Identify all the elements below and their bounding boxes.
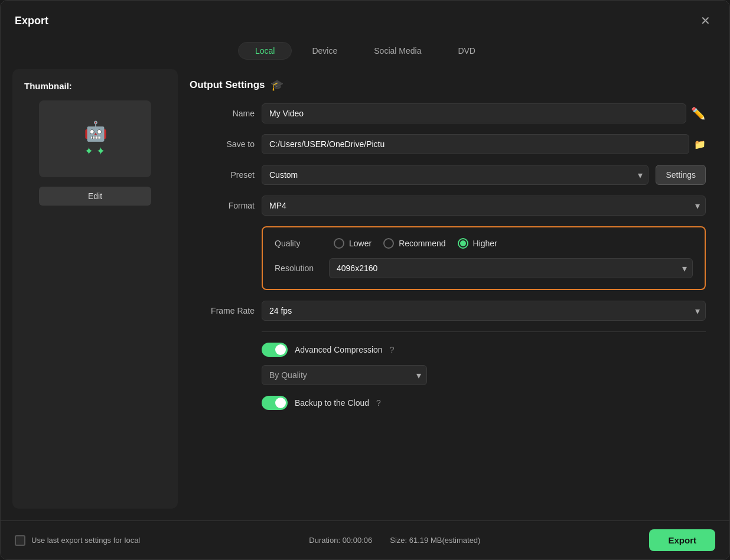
dialog-title: Export bbox=[15, 15, 48, 27]
frame-rate-select[interactable]: 24 fps 30 fps 60 fps 120 fps bbox=[262, 301, 706, 321]
frame-rate-row: Frame Rate 24 fps 30 fps 60 fps 120 fps … bbox=[190, 301, 706, 321]
resolution-label: Resolution bbox=[275, 263, 322, 273]
quality-recommend-radio[interactable] bbox=[383, 238, 394, 249]
format-select-wrapper: MP4 MOV AVI MKV ▾ bbox=[262, 196, 706, 216]
preset-select[interactable]: Custom High Quality Medium Quality Low Q… bbox=[262, 165, 648, 185]
backup-cloud-help-icon[interactable]: ? bbox=[376, 398, 381, 408]
by-quality-select[interactable]: By Quality By Size bbox=[262, 365, 427, 385]
quality-label: Quality bbox=[275, 239, 322, 248]
tab-bar: Local Device Social Media DVD bbox=[1, 37, 729, 69]
duration-info: Duration: 00:00:06 bbox=[309, 536, 372, 545]
preset-select-wrapper: Custom High Quality Medium Quality Low Q… bbox=[262, 165, 648, 185]
backup-cloud-row: Backup to the Cloud ? bbox=[262, 396, 706, 410]
preset-label: Preset bbox=[190, 170, 255, 180]
save-to-label: Save to bbox=[190, 139, 255, 149]
name-input[interactable] bbox=[262, 103, 686, 123]
save-to-row: Save to 📁 bbox=[190, 134, 706, 154]
left-panel: Thumbnail: 🤖 ✦ ✦ Edit bbox=[12, 69, 178, 509]
thumbnail-label: Thumbnail: bbox=[24, 81, 72, 91]
tab-social-media[interactable]: Social Media bbox=[357, 42, 438, 60]
quality-lower-radio[interactable] bbox=[334, 238, 344, 249]
backup-toggle-knob bbox=[275, 398, 286, 408]
save-to-input[interactable] bbox=[262, 134, 689, 154]
use-last-settings: Use last export settings for local bbox=[15, 535, 140, 546]
folder-icon[interactable]: 📁 bbox=[694, 139, 706, 150]
ai-badge-icon: 🤖 bbox=[84, 120, 106, 142]
radio-dot bbox=[460, 240, 466, 246]
right-panel: Output Settings 🎓 Name ✏️ Save to 📁 bbox=[178, 69, 718, 509]
use-last-settings-label: Use last export settings for local bbox=[31, 536, 140, 545]
advanced-compression-label: Advanced Compression bbox=[295, 345, 383, 354]
quality-higher-label: Higher bbox=[473, 239, 497, 248]
tab-local[interactable]: Local bbox=[238, 42, 292, 60]
output-settings-header: Output Settings 🎓 bbox=[190, 69, 706, 103]
save-to-input-wrapper: 📁 bbox=[262, 134, 706, 154]
tab-dvd[interactable]: DVD bbox=[441, 42, 492, 60]
graduation-cap-icon: 🎓 bbox=[271, 79, 283, 92]
thumbnail-preview: 🤖 ✦ ✦ bbox=[39, 100, 151, 177]
backup-cloud-toggle[interactable] bbox=[262, 396, 288, 410]
settings-button[interactable]: Settings bbox=[656, 165, 706, 185]
edit-button[interactable]: Edit bbox=[39, 187, 151, 206]
bottom-info: Duration: 00:00:06 Size: 61.19 MB(estima… bbox=[309, 536, 480, 545]
resolution-select-wrapper: 4096x2160 1920x1080 1280x720 3840x2160 ▾ bbox=[329, 258, 693, 278]
close-button[interactable]: ✕ bbox=[696, 11, 715, 30]
by-quality-select-wrapper: By Quality By Size ▾ bbox=[262, 365, 427, 385]
sparkle-icon: ✦ ✦ bbox=[84, 145, 105, 158]
export-dialog: Export ✕ Local Device Social Media DVD T… bbox=[0, 0, 730, 560]
name-row: Name ✏️ bbox=[190, 103, 706, 123]
quality-recommend-option[interactable]: Recommend bbox=[383, 238, 445, 249]
advanced-compression-help-icon[interactable]: ? bbox=[390, 345, 395, 354]
toggle-knob bbox=[275, 344, 286, 355]
quality-lower-label: Lower bbox=[349, 239, 371, 248]
ai-icon-wrap: 🤖 ✦ ✦ bbox=[84, 120, 106, 158]
resolution-select[interactable]: 4096x2160 1920x1080 1280x720 3840x2160 bbox=[329, 258, 693, 278]
tab-device[interactable]: Device bbox=[295, 42, 354, 60]
advanced-compression-toggle[interactable] bbox=[262, 343, 288, 357]
use-last-settings-checkbox[interactable] bbox=[15, 535, 25, 546]
content-area: Thumbnail: 🤖 ✦ ✦ Edit Output Settings 🎓 … bbox=[1, 69, 729, 520]
name-label: Name bbox=[190, 109, 255, 118]
quality-resolution-box: Quality Lower Recommend bbox=[262, 226, 706, 290]
preset-row: Preset Custom High Quality Medium Qualit… bbox=[190, 165, 706, 185]
bottom-bar: Use last export settings for local Durat… bbox=[1, 520, 729, 559]
format-select[interactable]: MP4 MOV AVI MKV bbox=[262, 196, 706, 216]
resolution-row: Resolution 4096x2160 1920x1080 1280x720 … bbox=[275, 258, 693, 278]
backup-cloud-label: Backup to the Cloud bbox=[295, 398, 369, 408]
size-info: Size: 61.19 MB(estimated) bbox=[390, 536, 480, 545]
divider bbox=[262, 331, 706, 332]
format-row: Format MP4 MOV AVI MKV ▾ bbox=[190, 196, 706, 216]
quality-lower-option[interactable]: Lower bbox=[334, 238, 371, 249]
by-quality-row: By Quality By Size ▾ bbox=[262, 365, 706, 385]
output-settings-title: Output Settings bbox=[190, 79, 265, 91]
export-button[interactable]: Export bbox=[649, 529, 715, 551]
frame-rate-select-wrapper: 24 fps 30 fps 60 fps 120 fps ▾ bbox=[262, 301, 706, 321]
quality-row: Quality Lower Recommend bbox=[275, 238, 693, 249]
quality-higher-option[interactable]: Higher bbox=[458, 238, 497, 249]
ai-edit-icon[interactable]: ✏️ bbox=[691, 106, 706, 121]
quality-higher-radio[interactable] bbox=[458, 238, 468, 249]
title-bar: Export ✕ bbox=[1, 1, 729, 37]
quality-radio-group: Lower Recommend Higher bbox=[334, 238, 497, 249]
name-input-wrapper: ✏️ bbox=[262, 103, 706, 123]
quality-recommend-label: Recommend bbox=[399, 239, 445, 248]
advanced-compression-row: Advanced Compression ? bbox=[262, 343, 706, 357]
frame-rate-label: Frame Rate bbox=[190, 306, 255, 315]
format-label: Format bbox=[190, 201, 255, 210]
